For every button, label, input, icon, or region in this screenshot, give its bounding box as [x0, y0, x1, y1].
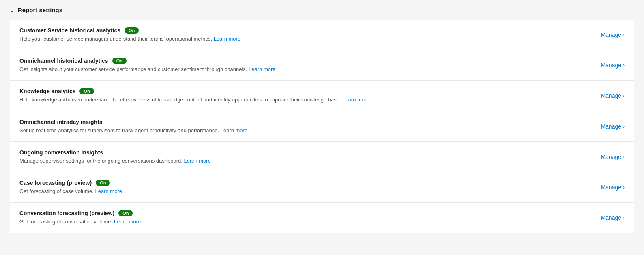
learn-more-link-omnichannel-intraday[interactable]: Learn more: [221, 127, 247, 133]
item-description-omnichannel-historical: Get insights about your customer service…: [19, 66, 592, 73]
title-row-customer-service-historical: Customer Service historical analyticsOn: [19, 27, 592, 34]
manage-label-omnichannel-intraday: Manage: [601, 123, 621, 130]
settings-item-customer-service-historical: Customer Service historical analyticsOnH…: [10, 20, 634, 50]
settings-item-conversation-forecasting: Conversation forecasting (preview)OnGet …: [10, 203, 634, 233]
manage-chevron-icon-customer-service-historical: ›: [623, 32, 625, 38]
page-container: ⌄ Report settings Customer Service histo…: [0, 0, 644, 240]
manage-chevron-icon-omnichannel-intraday: ›: [623, 124, 625, 129]
manage-button-omnichannel-intraday[interactable]: Manage›: [592, 123, 625, 130]
settings-item-content-conversation-forecasting: Conversation forecasting (preview)OnGet …: [19, 210, 592, 225]
badge-on-omnichannel-historical: On: [112, 58, 127, 64]
item-description-case-forecasting: Get forecasting of case volume. Learn mo…: [19, 188, 592, 195]
learn-more-link-omnichannel-historical[interactable]: Learn more: [249, 66, 275, 72]
settings-list: Customer Service historical analyticsOnH…: [10, 20, 634, 233]
settings-item-case-forecasting: Case forecasting (preview)OnGet forecast…: [10, 172, 634, 203]
manage-chevron-icon-conversation-forecasting: ›: [623, 215, 625, 221]
manage-button-knowledge-analytics[interactable]: Manage›: [592, 92, 625, 99]
manage-label-conversation-forecasting: Manage: [601, 214, 621, 221]
manage-button-ongoing-conversation[interactable]: Manage›: [592, 154, 625, 160]
manage-chevron-icon-omnichannel-historical: ›: [623, 62, 625, 68]
manage-label-case-forecasting: Manage: [601, 184, 621, 191]
settings-item-ongoing-conversation: Ongoing conversation insightsManage supe…: [10, 142, 634, 172]
item-title-case-forecasting: Case forecasting (preview): [19, 180, 92, 186]
title-row-ongoing-conversation: Ongoing conversation insights: [19, 149, 592, 156]
title-row-conversation-forecasting: Conversation forecasting (preview)On: [19, 210, 592, 216]
manage-button-conversation-forecasting[interactable]: Manage›: [592, 214, 625, 221]
badge-on-knowledge-analytics: On: [79, 88, 94, 94]
item-description-ongoing-conversation: Manage supervisor settings for the ongoi…: [19, 157, 592, 165]
badge-on-conversation-forecasting: On: [118, 210, 133, 216]
manage-label-ongoing-conversation: Manage: [601, 154, 621, 160]
item-title-omnichannel-intraday: Omnichannel intraday insights: [19, 119, 103, 125]
item-title-knowledge-analytics: Knowledge analytics: [19, 88, 75, 94]
item-title-ongoing-conversation: Ongoing conversation insights: [19, 149, 103, 156]
item-description-conversation-forecasting: Get forecasting of conversation volume. …: [19, 218, 592, 225]
settings-item-omnichannel-historical: Omnichannel historical analyticsOnGet in…: [10, 50, 634, 81]
settings-item-knowledge-analytics: Knowledge analyticsOnHelp knowledge auth…: [10, 81, 634, 111]
chevron-down-icon: ⌄: [10, 7, 15, 13]
learn-more-link-ongoing-conversation[interactable]: Learn more: [184, 158, 210, 164]
title-row-case-forecasting: Case forecasting (preview)On: [19, 180, 592, 186]
title-row-omnichannel-intraday: Omnichannel intraday insights: [19, 119, 592, 125]
settings-item-content-omnichannel-intraday: Omnichannel intraday insightsSet up real…: [19, 119, 592, 134]
settings-item-content-customer-service-historical: Customer Service historical analyticsOnH…: [19, 27, 592, 43]
badge-on-customer-service-historical: On: [125, 27, 139, 34]
settings-item-omnichannel-intraday: Omnichannel intraday insightsSet up real…: [10, 111, 634, 142]
settings-item-content-knowledge-analytics: Knowledge analyticsOnHelp knowledge auth…: [19, 88, 592, 103]
section-title: Report settings: [18, 6, 62, 13]
manage-button-case-forecasting[interactable]: Manage›: [592, 184, 625, 191]
learn-more-link-conversation-forecasting[interactable]: Learn more: [114, 219, 141, 225]
manage-button-omnichannel-historical[interactable]: Manage›: [592, 62, 625, 69]
settings-item-content-omnichannel-historical: Omnichannel historical analyticsOnGet in…: [19, 58, 592, 73]
manage-chevron-icon-ongoing-conversation: ›: [623, 154, 625, 160]
learn-more-link-knowledge-analytics[interactable]: Learn more: [342, 96, 369, 103]
title-row-knowledge-analytics: Knowledge analyticsOn: [19, 88, 592, 94]
settings-item-content-ongoing-conversation: Ongoing conversation insightsManage supe…: [19, 149, 592, 165]
title-row-omnichannel-historical: Omnichannel historical analyticsOn: [19, 58, 592, 64]
section-header[interactable]: ⌄ Report settings: [10, 6, 634, 13]
manage-button-customer-service-historical[interactable]: Manage›: [592, 32, 625, 38]
manage-chevron-icon-case-forecasting: ›: [623, 184, 625, 190]
item-title-customer-service-historical: Customer Service historical analytics: [19, 27, 120, 34]
item-description-customer-service-historical: Help your customer service managers unde…: [19, 35, 592, 43]
manage-label-omnichannel-historical: Manage: [601, 62, 621, 69]
settings-item-content-case-forecasting: Case forecasting (preview)OnGet forecast…: [19, 180, 592, 195]
learn-more-link-case-forecasting[interactable]: Learn more: [95, 188, 122, 194]
manage-chevron-icon-knowledge-analytics: ›: [623, 93, 625, 99]
item-description-knowledge-analytics: Help knowledge authors to understand the…: [19, 96, 592, 103]
item-title-conversation-forecasting: Conversation forecasting (preview): [19, 210, 114, 216]
manage-label-customer-service-historical: Manage: [601, 32, 621, 38]
manage-label-knowledge-analytics: Manage: [601, 92, 621, 99]
learn-more-link-customer-service-historical[interactable]: Learn more: [214, 36, 240, 42]
item-description-omnichannel-intraday: Set up real-time analytics for superviso…: [19, 127, 592, 134]
badge-on-case-forecasting: On: [96, 180, 110, 186]
item-title-omnichannel-historical: Omnichannel historical analytics: [19, 58, 108, 64]
